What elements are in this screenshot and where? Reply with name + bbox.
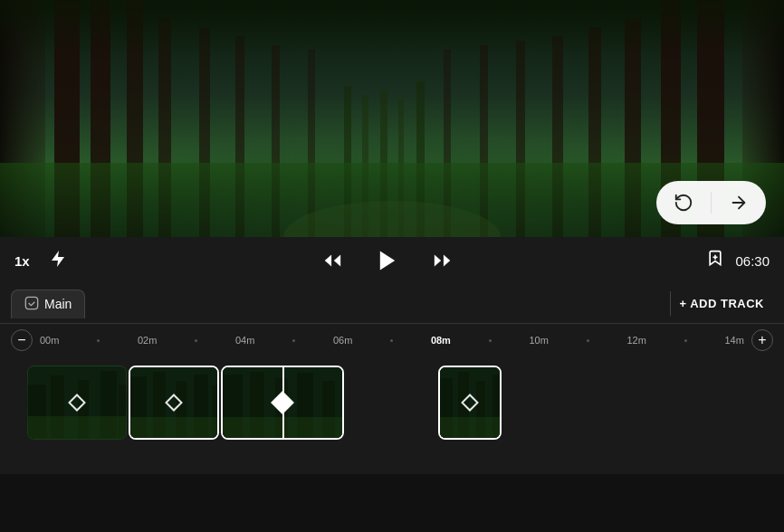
video-preview [0, 0, 784, 237]
controls-right: 06:30 [706, 249, 770, 273]
ruler-dot-6 [587, 339, 589, 342]
tab-icon [24, 296, 39, 313]
clip-1[interactable] [27, 366, 127, 440]
ruler-dot-5 [489, 339, 492, 342]
play-button[interactable] [371, 244, 404, 277]
bookmark-icon[interactable] [706, 249, 724, 273]
ruler-mark-5: 10m [529, 335, 548, 346]
main-tab[interactable]: Main [11, 290, 85, 318]
ruler-dot-4 [390, 339, 393, 342]
ruler-mark-2: 04m [235, 335, 254, 346]
ruler-mark-7: 14m [724, 335, 743, 346]
zoom-in-button[interactable]: + [751, 329, 773, 351]
svg-rect-56 [440, 417, 502, 440]
svg-rect-29 [25, 297, 37, 309]
ruler-mark-1: 02m [138, 335, 157, 346]
ruler-dot-7 [684, 339, 687, 342]
rewind-button[interactable] [319, 247, 346, 274]
ruler-mark-4: 08m [431, 335, 451, 346]
arrow-right-button[interactable] [726, 190, 751, 215]
action-divider [711, 192, 712, 214]
svg-marker-26 [380, 252, 395, 271]
zoom-out-button[interactable]: − [11, 329, 33, 351]
main-tab-label: Main [44, 297, 72, 311]
bolt-icon [51, 250, 65, 272]
playhead-line [282, 366, 284, 440]
ruler-marks: 00m 02m 04m 06m 08m 10m 12m 14m [33, 335, 751, 346]
ruler-mark-3: 06m [333, 335, 352, 346]
clip-4[interactable] [438, 366, 502, 440]
svg-rect-36 [28, 416, 127, 440]
speed-label: 1x [14, 253, 40, 269]
timeline-header: Main + ADD TRACK [0, 284, 784, 324]
svg-rect-43 [130, 417, 219, 440]
clip-2-selected[interactable] [129, 366, 219, 440]
add-track-button[interactable]: + ADD TRACK [670, 291, 774, 316]
time-display: 06:30 [735, 253, 770, 269]
ruler-mark-0: 00m [40, 335, 59, 346]
ruler-dot-2 [195, 339, 197, 342]
playback-controls [80, 244, 695, 277]
clip-row [27, 364, 502, 442]
clip-3-main[interactable] [221, 366, 344, 440]
ruler-dot-1 [97, 339, 100, 342]
fast-forward-button[interactable] [429, 247, 456, 274]
ruler-dot-3 [292, 339, 295, 342]
timeline-tracks [0, 356, 784, 474]
ruler-mark-6: 12m [626, 335, 645, 346]
controls-bar: 1x 06:30 [0, 237, 784, 284]
video-action-bubble [656, 181, 766, 224]
rotate-left-button[interactable] [671, 190, 696, 215]
timeline-ruler: − 00m 02m 04m 06m 08m 10m 12m 14m [0, 324, 784, 356]
